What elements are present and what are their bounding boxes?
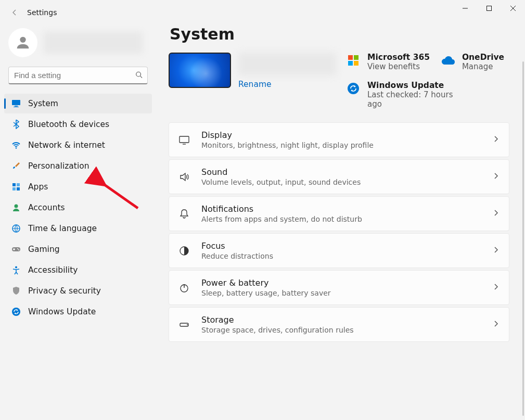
card-notifications[interactable]: NotificationsAlerts from apps and system… (169, 196, 509, 231)
svg-rect-7 (12, 183, 16, 186)
sidebar-item-system[interactable]: System (4, 94, 152, 113)
tile-title: Windows Update (367, 81, 509, 90)
brush-icon (11, 161, 21, 171)
search-box (8, 67, 148, 84)
svg-rect-18 (348, 55, 353, 60)
sidebar-item-label: Gaming (28, 245, 60, 254)
card-title: Power & battery (201, 278, 481, 288)
svg-point-11 (15, 205, 18, 208)
monitor-icon (11, 99, 21, 108)
sidebar-item-accounts[interactable]: Accounts (4, 198, 152, 218)
svg-rect-10 (17, 187, 20, 190)
svg-point-16 (15, 266, 17, 269)
svg-rect-23 (180, 136, 189, 143)
storage-icon (178, 319, 190, 330)
minimize-button[interactable] (453, 0, 477, 17)
sidebar-item-label: Apps (28, 182, 48, 192)
svg-point-15 (18, 249, 19, 250)
sidebar-item-time-language[interactable]: Time & language (4, 219, 152, 238)
sidebar-item-label: Windows Update (28, 307, 96, 316)
bell-icon (178, 208, 190, 220)
accessibility-icon (11, 265, 21, 275)
focus-icon (178, 245, 190, 257)
sound-icon (178, 171, 190, 183)
sidebar-item-personalization[interactable]: Personalization (4, 156, 152, 176)
account-name-redacted (44, 32, 143, 54)
page-title: System (170, 25, 509, 43)
card-description: Monitors, brightness, night light, displ… (201, 141, 481, 149)
close-button[interactable] (501, 0, 525, 17)
main-panel: System Rename Microsoft 365 View benefit… (156, 25, 525, 420)
svg-rect-5 (14, 107, 19, 107)
avatar (8, 28, 37, 57)
sidebar-item-apps[interactable]: Apps (4, 177, 152, 197)
svg-point-17 (12, 308, 20, 316)
onedrive-tile[interactable]: OneDrive Manage (462, 53, 509, 71)
tile-subtitle: Manage (462, 62, 509, 71)
back-button[interactable] (8, 6, 21, 19)
svg-point-6 (16, 147, 17, 149)
chevron-right-icon (492, 135, 500, 145)
windows-update-tile[interactable]: Windows Update Last checked: 7 hours ago (367, 81, 509, 109)
microsoft-365-icon (347, 54, 360, 67)
sidebar-item-label: Network & internet (28, 141, 105, 150)
windows-update-icon (347, 82, 360, 95)
chevron-right-icon (492, 209, 500, 219)
sidebar-item-label: Bluetooth & devices (28, 120, 109, 129)
onedrive-icon (441, 54, 455, 67)
sidebar-item-gaming[interactable]: Gaming (4, 239, 152, 259)
card-title: Storage (201, 315, 481, 325)
app-title: Settings (27, 8, 57, 17)
sidebar-item-bluetooth-devices[interactable]: Bluetooth & devices (4, 114, 152, 134)
window-controls (453, 0, 525, 17)
card-sound[interactable]: SoundVolume levels, output, input, sound… (169, 159, 509, 194)
sidebar-item-label: Personalization (28, 161, 89, 171)
tile-title: OneDrive (462, 53, 509, 62)
sidebar-item-label: System (28, 99, 58, 108)
display-icon (178, 134, 190, 146)
card-title: Sound (201, 167, 481, 177)
tile-title: Microsoft 365 (367, 53, 435, 62)
wifi-icon (11, 141, 21, 150)
svg-rect-0 (487, 6, 492, 11)
svg-point-1 (20, 37, 25, 43)
card-title: Focus (201, 241, 481, 251)
svg-rect-19 (354, 55, 358, 60)
sidebar-item-privacy-security[interactable]: Privacy & security (4, 281, 152, 301)
titlebar: Settings (0, 0, 525, 25)
nav-list: SystemBluetooth & devicesNetwork & inter… (4, 94, 152, 322)
svg-rect-9 (12, 187, 16, 190)
shield-icon (11, 286, 21, 296)
account-block[interactable] (4, 25, 152, 67)
svg-rect-4 (15, 106, 18, 107)
microsoft-365-tile[interactable]: Microsoft 365 View benefits (367, 53, 435, 71)
card-focus[interactable]: FocusReduce distractions (169, 233, 509, 268)
svg-rect-8 (17, 183, 20, 186)
maximize-button[interactable] (477, 0, 501, 17)
chevron-right-icon (492, 172, 500, 182)
search-input[interactable] (8, 67, 148, 84)
power-icon (178, 282, 190, 294)
card-description: Alerts from apps and system, do not dist… (201, 215, 481, 223)
card-storage[interactable]: StorageStorage space, drives, configurat… (169, 307, 509, 342)
scrollbar[interactable] (522, 61, 524, 416)
person-icon (11, 203, 21, 212)
device-thumbnail[interactable] (169, 53, 231, 88)
sidebar-item-label: Accessibility (28, 265, 78, 275)
sidebar-item-windows-update[interactable]: Windows Update (4, 302, 152, 322)
chevron-right-icon (492, 320, 500, 329)
card-title: Notifications (201, 204, 481, 214)
sidebar-item-label: Privacy & security (28, 286, 101, 296)
card-display[interactable]: DisplayMonitors, brightness, night light… (169, 122, 509, 157)
card-power-battery[interactable]: Power & batterySleep, battery usage, bat… (169, 270, 509, 305)
bluetooth-icon (11, 120, 21, 129)
gamepad-icon (11, 245, 21, 254)
sidebar-item-accessibility[interactable]: Accessibility (4, 260, 152, 280)
sidebar-item-network-internet[interactable]: Network & internet (4, 135, 152, 155)
sidebar-item-label: Time & language (28, 224, 97, 233)
tile-subtitle: View benefits (367, 62, 435, 71)
svg-rect-21 (354, 61, 358, 66)
chevron-right-icon (492, 246, 500, 256)
rename-link[interactable]: Rename (238, 80, 336, 89)
card-description: Volume levels, output, input, sound devi… (201, 178, 481, 186)
